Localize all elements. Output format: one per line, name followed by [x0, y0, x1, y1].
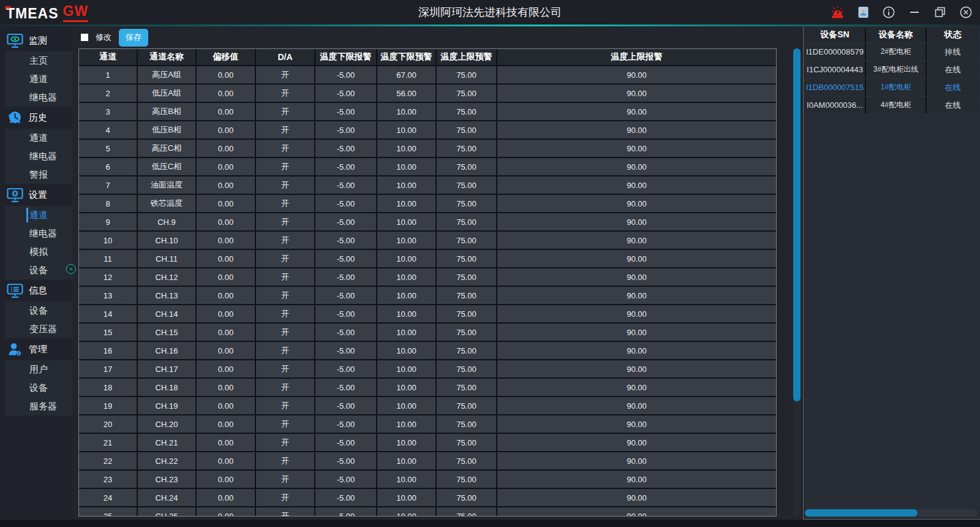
table-cell[interactable]: 90.00 [497, 397, 776, 414]
table-cell[interactable]: 开 [256, 121, 315, 138]
table-cell[interactable]: CH.15 [138, 324, 197, 341]
table-cell[interactable]: 0.00 [197, 103, 256, 120]
table-cell[interactable]: 开 [256, 379, 315, 396]
table-cell[interactable]: 开 [256, 360, 315, 377]
table-cell[interactable]: 75.00 [437, 415, 497, 433]
table-cell[interactable]: -5.00 [315, 287, 377, 304]
table-cell[interactable]: 90.00 [497, 140, 776, 157]
table-cell[interactable]: CH.14 [138, 305, 197, 322]
table-cell[interactable]: 10.00 [377, 415, 437, 433]
modify-checkbox[interactable] [81, 34, 88, 41]
sidebar-item-monitor-channel[interactable]: 通道 [5, 70, 72, 88]
table-cell[interactable]: 90.00 [497, 452, 776, 469]
table-cell[interactable]: -5.00 [315, 195, 377, 212]
table-cell[interactable]: 0.00 [197, 489, 256, 506]
device-row[interactable]: I1DE0000085792#配电柜掉线 [805, 44, 979, 60]
table-cell[interactable]: 低压A组 [138, 85, 197, 102]
table-cell[interactable]: -5.00 [315, 232, 377, 249]
sidebar-collapse-button[interactable]: « [66, 264, 76, 274]
table-cell[interactable]: 75.00 [437, 85, 497, 102]
table-cell[interactable]: -5.00 [315, 324, 377, 341]
table-cell[interactable]: 0.00 [197, 342, 256, 359]
vertical-scrollbar-track[interactable] [793, 48, 801, 517]
table-cell[interactable]: 10.00 [377, 213, 437, 230]
table-cell[interactable]: 8 [79, 195, 138, 212]
table-cell[interactable]: 低压C相 [138, 158, 197, 175]
table-cell[interactable]: 19 [79, 397, 138, 414]
table-cell[interactable]: 开 [256, 305, 315, 322]
table-cell[interactable]: 开 [256, 66, 315, 83]
user-badge-icon[interactable] [856, 5, 870, 20]
table-cell[interactable]: CH.23 [138, 471, 197, 488]
table-cell[interactable]: 开 [256, 415, 315, 433]
table-cell[interactable]: -5.00 [315, 250, 377, 267]
table-cell[interactable]: 75.00 [437, 324, 497, 341]
table-cell[interactable]: -5.00 [315, 158, 377, 175]
table-cell[interactable]: 开 [256, 452, 315, 469]
table-cell[interactable]: 高压A组 [138, 66, 197, 83]
table-cell[interactable]: 75.00 [437, 66, 497, 83]
table-cell[interactable]: -5.00 [315, 268, 377, 286]
table-cell[interactable]: 90.00 [497, 250, 776, 267]
table-cell[interactable]: 0.00 [197, 121, 256, 138]
table-cell[interactable]: 6 [79, 158, 138, 175]
table-cell[interactable]: 0.00 [197, 268, 256, 286]
table-cell[interactable]: 10.00 [377, 452, 437, 469]
table-cell[interactable]: 10.00 [377, 268, 437, 286]
table-cell[interactable]: 0.00 [197, 232, 256, 249]
table-cell[interactable]: 11 [79, 250, 138, 267]
table-cell[interactable]: 75.00 [437, 213, 497, 230]
table-cell[interactable]: 0.00 [197, 324, 256, 341]
table-cell[interactable]: 15 [79, 324, 138, 341]
table-cell[interactable]: 油面温度 [138, 176, 197, 194]
table-cell[interactable]: CH.22 [138, 452, 197, 469]
table-cell[interactable]: -5.00 [315, 397, 377, 414]
table-cell[interactable]: 0.00 [197, 158, 256, 175]
table-cell[interactable]: 10.00 [377, 250, 437, 267]
table-cell[interactable]: 75.00 [437, 471, 497, 488]
sidebar-item-settings-device[interactable]: 设备 [5, 261, 72, 279]
table-cell[interactable]: 10.00 [377, 397, 437, 414]
table-cell[interactable]: 10.00 [377, 140, 437, 157]
table-cell[interactable]: 开 [256, 213, 315, 230]
table-cell[interactable]: 10.00 [377, 305, 437, 322]
table-cell[interactable]: 75.00 [437, 507, 497, 517]
table-cell[interactable]: 90.00 [497, 66, 776, 83]
table-cell[interactable]: 0.00 [197, 250, 256, 267]
close-icon[interactable] [959, 5, 973, 20]
table-cell[interactable]: 10.00 [377, 360, 437, 377]
table-cell[interactable]: 开 [256, 158, 315, 175]
table-cell[interactable]: 90.00 [497, 305, 776, 322]
table-cell[interactable]: CH.10 [138, 232, 197, 249]
table-cell[interactable]: CH.11 [138, 250, 197, 267]
table-cell[interactable]: -5.00 [315, 103, 377, 120]
table-cell[interactable]: 90.00 [497, 324, 776, 341]
sidebar-item-admin-user[interactable]: 用户 [5, 360, 72, 379]
table-cell[interactable]: 10.00 [377, 324, 437, 341]
table-cell[interactable]: -5.00 [315, 489, 377, 506]
sidebar-item-info-transformer[interactable]: 变压器 [5, 320, 72, 338]
table-cell[interactable]: 0.00 [197, 195, 256, 212]
sidebar-group-admin[interactable]: 管理 [0, 338, 72, 360]
table-cell[interactable]: 开 [256, 195, 315, 212]
info-icon[interactable] [882, 5, 895, 20]
sidebar-item-info-device[interactable]: 设备 [5, 301, 72, 320]
table-cell[interactable]: 90.00 [497, 471, 776, 488]
table-cell[interactable]: 90.00 [497, 103, 776, 120]
table-cell[interactable]: -5.00 [315, 305, 377, 322]
table-cell[interactable]: 0.00 [197, 176, 256, 194]
table-cell[interactable]: 25 [79, 507, 138, 517]
table-cell[interactable]: 0.00 [197, 379, 256, 396]
table-cell[interactable]: 开 [256, 268, 315, 286]
table-cell[interactable]: CH.21 [138, 434, 197, 451]
table-cell[interactable]: 18 [79, 379, 138, 396]
table-cell[interactable]: CH.20 [138, 415, 197, 433]
table-cell[interactable]: 75.00 [437, 268, 497, 286]
table-cell[interactable]: 90.00 [497, 489, 776, 506]
table-cell[interactable]: 开 [256, 140, 315, 157]
table-cell[interactable]: 75.00 [437, 140, 497, 157]
table-cell[interactable]: 0.00 [197, 66, 256, 83]
table-cell[interactable]: 13 [79, 287, 138, 304]
table-cell[interactable]: 90.00 [497, 268, 776, 286]
table-cell[interactable]: 1 [79, 66, 138, 83]
